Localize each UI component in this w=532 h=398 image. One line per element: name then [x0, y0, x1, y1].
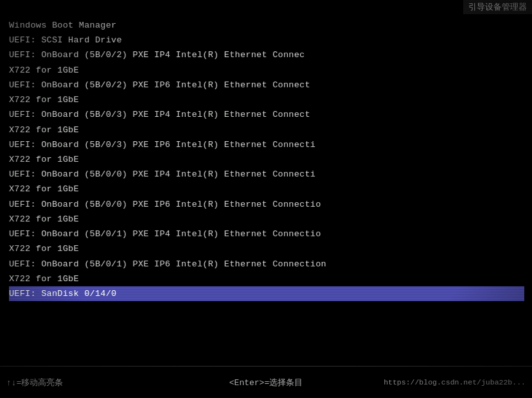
bios-menu-item[interactable]: X722 for 1GbE [9, 92, 524, 107]
status-enter-hint: <Enter>=选择条目 [179, 377, 352, 388]
bios-menu-item[interactable]: UEFI: OnBoard (5B/0/2) PXE IP4 Intel(R) … [9, 48, 524, 62]
bios-menu-item[interactable]: Windows Boot Manager [9, 18, 524, 33]
bios-menu-item[interactable]: UEFI: SanDisk 0/14/0 [9, 286, 524, 301]
status-url: https://blog.csdn.net/juba22b... [353, 378, 526, 386]
bios-menu-item[interactable]: UEFI: OnBoard (5B/0/1) PXE IP4 Intel(R) … [9, 227, 524, 241]
bios-menu-item[interactable]: X722 for 1GbE [9, 182, 524, 196]
bios-menu-item[interactable]: UEFI: OnBoard (5B/0/3) PXE IP4 Intel(R) … [9, 107, 524, 122]
bios-menu-item[interactable]: X722 for 1GbE [9, 272, 524, 286]
status-bar: ↑↓=移动高亮条 <Enter>=选择条目 https://blog.csdn.… [0, 366, 532, 398]
title-bar: 引导设备管理器 [463, 0, 532, 14]
bios-menu-item[interactable]: X722 for 1GbE [9, 241, 524, 256]
bios-menu-item[interactable]: UEFI: OnBoard (5B/0/0) PXE IP6 Intel(R) … [9, 197, 524, 212]
bios-menu-item[interactable]: UEFI: OnBoard (5B/0/2) PXE IP6 Intel(R) … [9, 78, 524, 92]
bios-menu-item[interactable]: X722 for 1GbE [9, 63, 524, 78]
bios-menu-item[interactable]: UEFI: OnBoard (5B/0/3) PXE IP6 Intel(R) … [9, 137, 524, 152]
status-nav-hint: ↑↓=移动高亮条 [6, 377, 179, 388]
bios-menu-item[interactable]: UEFI: OnBoard (5B/0/1) PXE IP6 Intel(R) … [9, 257, 524, 272]
bios-menu-item[interactable]: X722 for 1GbE [9, 123, 524, 137]
bios-menu-item[interactable]: X722 for 1GbE [9, 212, 524, 227]
bios-menu-area[interactable]: Windows Boot ManagerUEFI: SCSI Hard Driv… [0, 12, 532, 366]
bios-screen: 引导设备管理器 Windows Boot ManagerUEFI: SCSI H… [0, 0, 532, 398]
bios-menu-item[interactable]: UEFI: OnBoard (5B/0/0) PXE IP4 Intel(R) … [9, 167, 524, 182]
bios-menu-item[interactable]: X722 for 1GbE [9, 152, 524, 167]
bios-menu-item[interactable]: UEFI: SCSI Hard Drive [9, 33, 524, 48]
